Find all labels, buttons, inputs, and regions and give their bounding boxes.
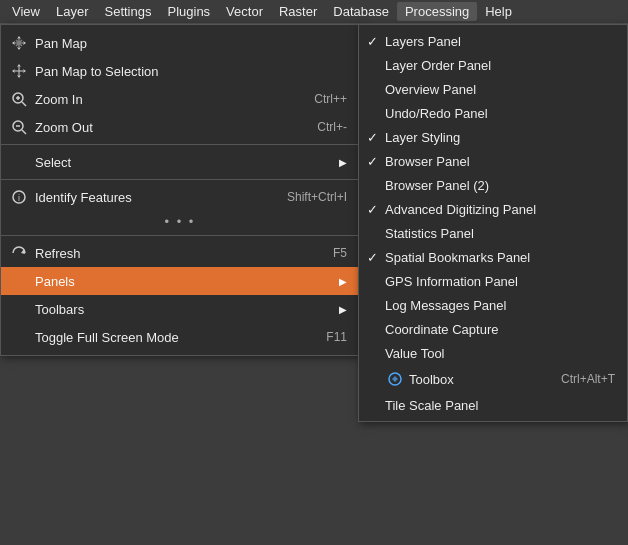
identify-menu-icon: i [9, 187, 29, 207]
panel-item-statistics[interactable]: Statistics Panel [359, 221, 627, 245]
layer-styling-label: Layer Styling [385, 130, 615, 145]
advanced-dig-check: ✓ [367, 202, 385, 217]
log-label: Log Messages Panel [385, 298, 615, 313]
layers-check: ✓ [367, 34, 385, 49]
menu-processing[interactable]: Processing [397, 2, 477, 21]
coordinate-label: Coordinate Capture [385, 322, 615, 337]
menu-settings[interactable]: Settings [96, 2, 159, 21]
menu-view[interactable]: View [4, 2, 48, 21]
layer-styling-check: ✓ [367, 130, 385, 145]
panels-label: Panels [35, 274, 331, 289]
layers-label: Layers Panel [385, 34, 615, 49]
overview-label: Overview Panel [385, 82, 615, 97]
divider-1 [1, 144, 359, 145]
panel-item-layer-styling[interactable]: ✓ Layer Styling [359, 125, 627, 149]
panel-item-browser2[interactable]: Browser Panel (2) [359, 173, 627, 197]
menu-help[interactable]: Help [477, 2, 520, 21]
identify-shortcut: Shift+Ctrl+I [287, 190, 347, 204]
pan-map-icon [9, 33, 29, 53]
menu-vector[interactable]: Vector [218, 2, 271, 21]
menu-item-select[interactable]: Select ▶ [1, 148, 359, 176]
tile-scale-label: Tile Scale Panel [385, 398, 615, 413]
toolbox-icon [385, 369, 405, 389]
toolbars-label: Toolbars [35, 302, 331, 317]
panel-item-browser[interactable]: ✓ Browser Panel [359, 149, 627, 173]
menu-layer[interactable]: Layer [48, 2, 97, 21]
zoom-out-shortcut: Ctrl+- [317, 120, 347, 134]
svg-line-25 [22, 130, 26, 134]
zoom-in-menu-icon [9, 89, 29, 109]
value-tool-label: Value Tool [385, 346, 615, 361]
menu-item-fullscreen[interactable]: Toggle Full Screen Mode F11 [1, 323, 359, 351]
svg-line-21 [22, 102, 26, 106]
fullscreen-icon [9, 327, 29, 347]
panel-item-layers[interactable]: ✓ Layers Panel [359, 29, 627, 53]
layer-order-label: Layer Order Panel [385, 58, 615, 73]
zoom-in-shortcut: Ctrl++ [314, 92, 347, 106]
panel-item-bookmarks[interactable]: ✓ Spatial Bookmarks Panel [359, 245, 627, 269]
menu-item-toolbars[interactable]: Toolbars ▶ [1, 295, 359, 323]
menu-item-zoom-in[interactable]: Zoom In Ctrl++ [1, 85, 359, 113]
panels-arrow: ▶ [339, 276, 347, 287]
menu-item-pan-selection[interactable]: Pan Map to Selection [1, 57, 359, 85]
menu-item-panels[interactable]: Panels ▶ [1, 267, 359, 295]
panel-item-value-tool[interactable]: Value Tool [359, 341, 627, 365]
statistics-label: Statistics Panel [385, 226, 615, 241]
panel-item-overview[interactable]: Overview Panel [359, 77, 627, 101]
menu-item-pan-map[interactable]: Pan Map [1, 29, 359, 57]
fullscreen-label: Toggle Full Screen Mode [35, 330, 306, 345]
zoom-in-menu-label: Zoom In [35, 92, 294, 107]
menu-item-identify[interactable]: i Identify Features Shift+Ctrl+I [1, 183, 359, 211]
dots-label: • • • [165, 214, 196, 229]
select-icon [9, 152, 29, 172]
divider-3 [1, 235, 359, 236]
fullscreen-shortcut: F11 [326, 330, 347, 344]
browser-label: Browser Panel [385, 154, 615, 169]
select-label: Select [35, 155, 331, 170]
panel-item-toolbox[interactable]: Toolbox Ctrl+Alt+T [359, 365, 627, 393]
panels-submenu: ✓ Layers Panel Layer Order Panel Overvie… [358, 24, 628, 422]
pan-selection-icon [9, 61, 29, 81]
toolbars-icon [9, 299, 29, 319]
bookmarks-check: ✓ [367, 250, 385, 265]
menu-database[interactable]: Database [325, 2, 397, 21]
menu-raster[interactable]: Raster [271, 2, 325, 21]
panel-item-log[interactable]: Log Messages Panel [359, 293, 627, 317]
menu-item-zoom-out[interactable]: Zoom Out Ctrl+- [1, 113, 359, 141]
panel-item-undoredo[interactable]: Undo/Redo Panel [359, 101, 627, 125]
panel-item-coordinate[interactable]: Coordinate Capture [359, 317, 627, 341]
gps-label: GPS Information Panel [385, 274, 615, 289]
refresh-menu-icon [9, 243, 29, 263]
menu-item-refresh[interactable]: Refresh F5 [1, 239, 359, 267]
pan-selection-label: Pan Map to Selection [35, 64, 347, 79]
panels-icon [9, 271, 29, 291]
more-items[interactable]: • • • [1, 211, 359, 232]
pan-map-label: Pan Map [35, 36, 347, 51]
toolbox-shortcut: Ctrl+Alt+T [561, 372, 615, 386]
toolbox-label: Toolbox [409, 372, 561, 387]
panel-item-advanced-dig[interactable]: ✓ Advanced Digitizing Panel [359, 197, 627, 221]
refresh-label: Refresh [35, 246, 313, 261]
bookmarks-label: Spatial Bookmarks Panel [385, 250, 615, 265]
undoredo-label: Undo/Redo Panel [385, 106, 615, 121]
browser-check: ✓ [367, 154, 385, 169]
select-arrow: ▶ [339, 157, 347, 168]
advanced-dig-label: Advanced Digitizing Panel [385, 202, 615, 217]
identify-label: Identify Features [35, 190, 267, 205]
zoom-out-menu-label: Zoom Out [35, 120, 297, 135]
menu-plugins[interactable]: Plugins [159, 2, 218, 21]
svg-text:i: i [18, 193, 20, 203]
menubar: View Layer Settings Plugins Vector Raste… [0, 0, 628, 24]
view-dropdown: Pan Map Pan Map to Selection Zoom In Ctr… [0, 24, 360, 356]
divider-2 [1, 179, 359, 180]
panel-item-layer-order[interactable]: Layer Order Panel [359, 53, 627, 77]
panel-item-tile-scale[interactable]: Tile Scale Panel [359, 393, 627, 417]
zoom-out-menu-icon [9, 117, 29, 137]
panel-item-gps[interactable]: GPS Information Panel [359, 269, 627, 293]
refresh-shortcut: F5 [333, 246, 347, 260]
toolbars-arrow: ▶ [339, 304, 347, 315]
browser2-label: Browser Panel (2) [385, 178, 615, 193]
